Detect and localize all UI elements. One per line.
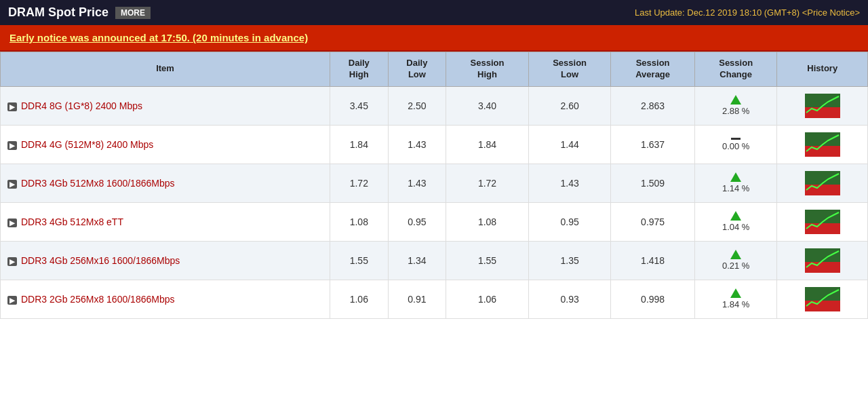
history-chart-icon[interactable] [805, 132, 840, 157]
cell-session-change: 1.04 % [694, 202, 777, 241]
cell-daily-low: 1.43 [388, 164, 446, 202]
col-session-high: SessionHigh [446, 52, 529, 87]
cell-daily-low: 0.95 [388, 202, 446, 241]
arrow-up-icon [730, 172, 741, 182]
arrow-up-icon [730, 95, 741, 104]
history-chart-icon[interactable] [805, 210, 840, 234]
item-icon: ▶ [7, 180, 17, 189]
cell-session-change: 1.14 % [694, 164, 777, 202]
table-row: ▶DDR3 4Gb 256Mx16 1600/1866Mbps1.551.341… [1, 241, 868, 280]
col-session-average: SessionAverage [611, 52, 694, 87]
arrow-up-icon [730, 250, 741, 259]
cell-item[interactable]: ▶DDR4 8G (1G*8) 2400 Mbps [1, 86, 330, 125]
col-item: Item [1, 52, 330, 87]
cell-session-high: 1.84 [446, 125, 529, 164]
item-icon: ▶ [7, 102, 17, 111]
item-icon: ▶ [7, 296, 17, 305]
change-pct-value: 0.21 % [722, 261, 749, 271]
cell-session-low: 2.60 [528, 86, 611, 125]
arrow-flat-icon [731, 138, 741, 140]
item-icon: ▶ [7, 218, 17, 227]
history-chart-icon[interactable] [805, 94, 840, 118]
cell-history[interactable] [777, 241, 868, 280]
cell-session-high: 1.72 [446, 164, 529, 202]
history-chart-icon[interactable] [805, 248, 840, 273]
cell-session-average: 1.509 [611, 164, 694, 202]
cell-history[interactable] [777, 86, 868, 125]
cell-session-high: 3.40 [446, 86, 529, 125]
cell-daily-high: 3.45 [330, 86, 389, 125]
history-chart-icon[interactable] [805, 171, 840, 195]
cell-daily-low: 0.91 [388, 280, 446, 318]
cell-session-low: 1.43 [528, 164, 611, 202]
cell-history[interactable] [777, 280, 868, 318]
cell-session-low: 0.93 [528, 280, 611, 318]
cell-item[interactable]: ▶DDR3 4Gb 512Mx8 1600/1866Mbps [1, 164, 330, 202]
table-row: ▶DDR4 8G (1G*8) 2400 Mbps3.452.503.402.6… [1, 86, 868, 125]
cell-session-change: 2.88 % [694, 86, 777, 125]
page-title: DRAM Spot Price [8, 5, 108, 20]
cell-session-low: 1.44 [528, 125, 611, 164]
history-chart-icon[interactable] [805, 287, 840, 311]
cell-session-high: 1.55 [446, 241, 529, 280]
cell-daily-low: 1.43 [388, 125, 446, 164]
table-row: ▶DDR3 2Gb 256Mx8 1600/1866Mbps1.060.911.… [1, 280, 868, 318]
change-pct-value: 2.88 % [722, 106, 749, 116]
cell-history[interactable] [777, 125, 868, 164]
arrow-up-icon [730, 288, 741, 298]
table-row: ▶DDR3 4Gb 512Mx8 eTT1.080.951.080.950.97… [1, 202, 868, 241]
cell-session-high: 1.06 [446, 280, 529, 318]
cell-item[interactable]: ▶DDR4 4G (512M*8) 2400 Mbps [1, 125, 330, 164]
arrow-up-icon [730, 211, 741, 221]
cell-history[interactable] [777, 164, 868, 202]
col-daily-low: DailyLow [388, 52, 446, 87]
item-icon: ▶ [7, 141, 17, 150]
col-session-low: SessionLow [528, 52, 611, 87]
cell-session-average: 1.418 [611, 241, 694, 280]
cell-daily-low: 1.34 [388, 241, 446, 280]
cell-daily-high: 1.72 [330, 164, 389, 202]
price-table: Item DailyHigh DailyLow SessionHigh Sess… [0, 52, 868, 319]
notice-bar: Early notice was announced at 17:50. (20… [0, 25, 868, 52]
cell-session-average: 1.637 [611, 125, 694, 164]
cell-daily-high: 1.08 [330, 202, 389, 241]
cell-session-average: 2.863 [611, 86, 694, 125]
cell-session-average: 0.998 [611, 280, 694, 318]
change-pct-value: 0.00 % [722, 141, 749, 151]
cell-daily-high: 1.55 [330, 241, 389, 280]
col-history: History [777, 52, 868, 87]
cell-daily-high: 1.06 [330, 280, 389, 318]
item-icon: ▶ [7, 257, 17, 266]
table-header-row: Item DailyHigh DailyLow SessionHigh Sess… [1, 52, 868, 87]
cell-session-high: 1.08 [446, 202, 529, 241]
table-row: ▶DDR3 4Gb 512Mx8 1600/1866Mbps1.721.431.… [1, 164, 868, 202]
change-pct-value: 1.84 % [722, 299, 749, 309]
change-pct-value: 1.04 % [722, 222, 749, 232]
cell-history[interactable] [777, 202, 868, 241]
table-row: ▶DDR4 4G (512M*8) 2400 Mbps1.841.431.841… [1, 125, 868, 164]
change-pct-value: 1.14 % [722, 183, 749, 193]
cell-session-average: 0.975 [611, 202, 694, 241]
cell-session-low: 1.35 [528, 241, 611, 280]
last-update: Last Update: Dec.12 2019 18:10 (GMT+8) <… [635, 7, 860, 18]
more-button[interactable]: MORE [115, 7, 151, 19]
cell-session-low: 0.95 [528, 202, 611, 241]
cell-item[interactable]: ▶DDR3 4Gb 256Mx16 1600/1866Mbps [1, 241, 330, 280]
col-daily-high: DailyHigh [330, 52, 389, 87]
cell-daily-low: 2.50 [388, 86, 446, 125]
cell-session-change: 0.00 % [694, 125, 777, 164]
cell-item[interactable]: ▶DDR3 2Gb 256Mx8 1600/1866Mbps [1, 280, 330, 318]
cell-session-change: 1.84 % [694, 280, 777, 318]
header-bar: DRAM Spot Price MORE Last Update: Dec.12… [0, 0, 868, 25]
col-session-change: SessionChange [694, 52, 777, 87]
cell-session-change: 0.21 % [694, 241, 777, 280]
cell-daily-high: 1.84 [330, 125, 389, 164]
cell-item[interactable]: ▶DDR3 4Gb 512Mx8 eTT [1, 202, 330, 241]
